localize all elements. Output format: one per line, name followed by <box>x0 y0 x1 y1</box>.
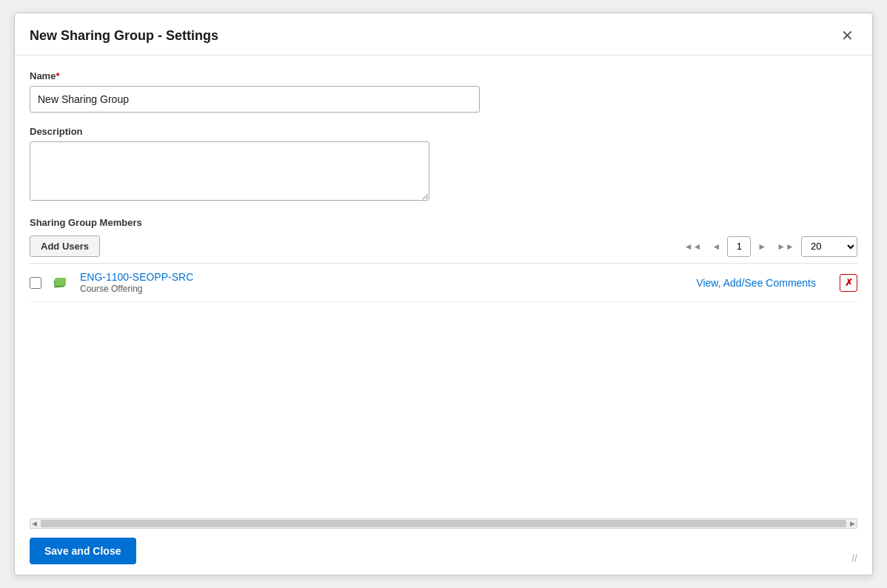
member-type: Course Offering <box>80 284 687 294</box>
required-indicator: * <box>56 70 59 81</box>
member-info: ENG-1100-SEOPP-SRC Course Offering <box>80 271 687 294</box>
first-page-icon: ◄◄ <box>684 241 702 252</box>
scroll-right-icon: ▶ <box>850 520 855 527</box>
member-checkbox[interactable] <box>30 277 41 289</box>
pagination-controls: ◄◄ ◄ 1 ► ►► 20 <box>680 236 857 257</box>
description-label: Description <box>30 126 857 137</box>
next-page-button[interactable]: ► <box>754 238 770 255</box>
modal-footer: ◀ ▶ Save and Close // <box>15 508 872 575</box>
description-field-group: Description <box>30 126 857 204</box>
modal-title: New Sharing Group - Settings <box>30 28 218 44</box>
current-page-display: 1 <box>727 236 751 257</box>
prev-page-icon: ◄ <box>712 241 720 252</box>
members-toolbar: Add Users ◄◄ ◄ 1 ► <box>30 235 857 257</box>
last-page-button[interactable]: ►► <box>773 238 798 255</box>
first-page-button[interactable]: ◄◄ <box>680 238 706 255</box>
remove-icon: ✗ <box>845 277 853 288</box>
table-row: ENG-1100-SEOPP-SRC Course Offering View,… <box>30 264 857 302</box>
scrollbar-thumb <box>41 520 846 527</box>
next-page-icon: ► <box>757 241 766 252</box>
members-section: Sharing Group Members Add Users ◄◄ ◄ <box>30 217 857 302</box>
members-list: ENG-1100-SEOPP-SRC Course Offering View,… <box>30 263 857 302</box>
add-users-button[interactable]: Add Users <box>30 235 100 257</box>
footer-actions: Save and Close // <box>30 538 857 564</box>
close-button[interactable]: ✕ <box>837 25 857 46</box>
name-input[interactable] <box>30 86 480 113</box>
scroll-left-icon: ◀ <box>32 520 37 527</box>
member-permissions-link[interactable]: View, Add/See Comments <box>696 277 816 289</box>
name-label: Name* <box>30 70 857 81</box>
course-icon <box>50 273 71 293</box>
modal-body: Name* Description Sharing Group Members … <box>15 56 872 508</box>
name-field-group: Name* <box>30 70 857 113</box>
prev-page-button[interactable]: ◄ <box>708 238 724 255</box>
remove-member-button[interactable]: ✗ <box>840 274 857 292</box>
member-name-link[interactable]: ENG-1100-SEOPP-SRC <box>80 271 687 283</box>
members-section-label: Sharing Group Members <box>30 217 857 228</box>
per-page-select[interactable]: 20 50 100 <box>801 236 857 257</box>
svg-rect-2 <box>56 278 66 285</box>
resize-handle: // <box>851 552 857 564</box>
last-page-icon: ►► <box>777 241 794 252</box>
modal-dialog: New Sharing Group - Settings ✕ Name* Des… <box>14 13 873 575</box>
modal-overlay: New Sharing Group - Settings ✕ Name* Des… <box>0 0 887 588</box>
description-input[interactable] <box>30 141 429 201</box>
close-icon: ✕ <box>841 27 854 44</box>
horizontal-scrollbar[interactable]: ◀ ▶ <box>30 518 857 529</box>
modal-header: New Sharing Group - Settings ✕ <box>15 13 872 56</box>
save-and-close-button[interactable]: Save and Close <box>30 538 136 564</box>
